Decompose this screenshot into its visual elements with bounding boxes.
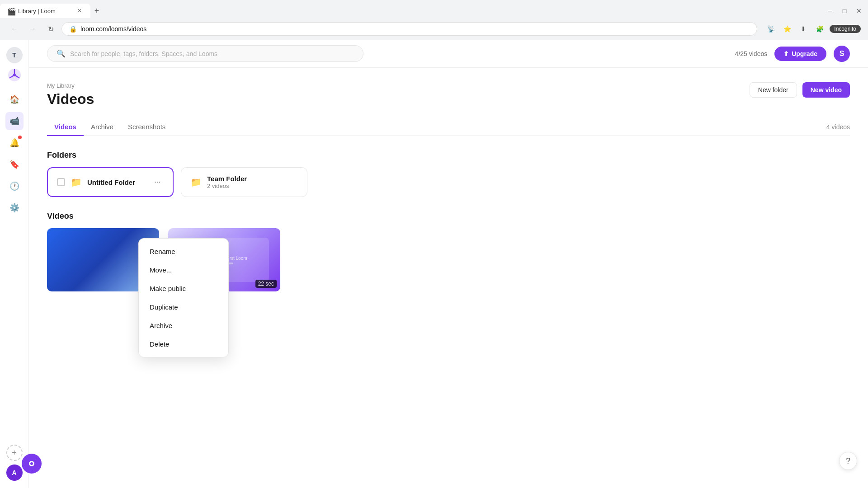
sidebar-bookmarks-btn[interactable]: 🔖 <box>5 155 24 174</box>
menu-item-make-public[interactable]: Make public <box>139 279 228 298</box>
menu-item-archive[interactable]: Archive <box>139 316 228 335</box>
user-avatar-header[interactable]: S <box>834 46 850 62</box>
record-button[interactable] <box>22 454 42 474</box>
app-header: 🔍 Search for people, tags, folders, Spac… <box>29 40 868 68</box>
upgrade-icon: ⬆ <box>783 50 789 57</box>
page-content: New folder New video My Library Videos V… <box>29 68 868 488</box>
video-duration: 22 sec <box>255 280 277 288</box>
upgrade-button[interactable]: ⬆ Upgrade <box>774 47 826 61</box>
header-right: 4/25 videos ⬆ Upgrade S <box>735 46 850 62</box>
folder-name: Untitled Folder <box>87 178 146 186</box>
sidebar-home-btn[interactable]: 🏠 <box>5 90 24 108</box>
address-bar[interactable]: 🔒 loom.com/looms/videos <box>61 22 757 36</box>
browser-tab[interactable]: 🎬 Library | Loom ✕ <box>0 4 90 18</box>
sidebar-add-workspace-btn[interactable]: + <box>6 445 23 461</box>
tab-favicon: 🎬 <box>7 7 14 14</box>
user-avatar-sidebar[interactable]: A <box>6 465 23 481</box>
new-video-button[interactable]: New video <box>802 82 850 98</box>
folder-card-untitled[interactable]: 📁 Untitled Folder ··· Rename Move... Mak… <box>47 167 174 197</box>
menu-item-move[interactable]: Move... <box>139 261 228 279</box>
videos-section-header: Videos <box>47 211 850 221</box>
sidebar-history-btn[interactable]: 🕐 <box>5 177 24 195</box>
reload-button[interactable]: ↻ <box>43 22 58 36</box>
folder-name: Team Folder <box>207 175 298 183</box>
close-window-button[interactable]: ✕ <box>854 5 864 16</box>
menu-item-duplicate[interactable]: Duplicate <box>139 298 228 316</box>
svg-point-1 <box>13 74 16 76</box>
tab-title: Library | Loom <box>18 8 72 14</box>
lock-icon: 🔒 <box>69 25 77 33</box>
total-videos-count: 4 videos <box>826 123 850 131</box>
tab-archive[interactable]: Archive <box>84 118 121 136</box>
download-icon[interactable]: ⬇ <box>797 23 810 35</box>
folder-card-team[interactable]: 📁 Team Folder 2 videos <box>181 167 307 197</box>
videos-section-title: Videos <box>47 211 74 221</box>
breadcrumb: My Library <box>47 82 850 89</box>
video-count-label: 4/25 videos <box>735 50 768 57</box>
new-tab-button[interactable]: + <box>90 5 103 17</box>
tab-screenshots[interactable]: Screenshots <box>121 118 173 136</box>
record-icon <box>27 459 36 468</box>
workspace-avatar[interactable]: T <box>6 47 23 63</box>
browser-toolbar: 📡 ⭐ ⬇ 🧩 Incognito <box>764 23 861 35</box>
help-button[interactable]: ? <box>839 452 857 470</box>
folder-info: Untitled Folder <box>87 178 146 186</box>
sidebar-library-btn[interactable]: 📹 <box>5 112 24 130</box>
folder-checkbox[interactable] <box>57 178 65 186</box>
page-title: Videos <box>47 91 850 108</box>
sidebar-settings-btn[interactable]: ⚙️ <box>5 199 24 217</box>
tab-videos[interactable]: Videos <box>47 118 84 136</box>
search-icon: 🔍 <box>57 49 66 58</box>
folders-section-header: Folders <box>47 150 850 160</box>
sidebar-notifications-btn[interactable]: 🔔 <box>5 134 24 152</box>
new-folder-button[interactable]: New folder <box>750 82 797 98</box>
folders-grid: 📁 Untitled Folder ··· Rename Move... Mak… <box>47 167 850 197</box>
action-buttons: New folder New video <box>750 82 850 98</box>
svg-point-3 <box>30 462 33 465</box>
sidebar: T 🏠 📹 🔔 🔖 🕐 ⚙️ + A <box>0 40 29 488</box>
tab-close-btn[interactable]: ✕ <box>76 7 83 14</box>
search-input[interactable]: Search for people, tags, folders, Spaces… <box>70 50 217 57</box>
loom-logo-icon <box>7 68 22 82</box>
folders-section-title: Folders <box>47 150 76 160</box>
forward-button[interactable]: → <box>25 22 40 36</box>
folder-icon: 📁 <box>71 177 82 188</box>
extensions-icon[interactable]: 🧩 <box>813 23 826 35</box>
bookmark-icon[interactable]: ⭐ <box>781 23 793 35</box>
notification-badge <box>18 136 22 139</box>
incognito-badge: Incognito <box>830 25 861 33</box>
tab-bar: Videos Archive Screenshots 4 videos <box>47 118 850 136</box>
upgrade-label: Upgrade <box>792 50 817 57</box>
minimize-button[interactable]: ─ <box>825 5 835 16</box>
url-display: loom.com/looms/videos <box>80 25 146 33</box>
maximize-button[interactable]: □ <box>839 5 850 16</box>
loom-logo[interactable] <box>6 67 23 83</box>
menu-item-delete[interactable]: Delete <box>139 335 228 353</box>
cast-icon[interactable]: 📡 <box>764 23 777 35</box>
folder-meta: 2 videos <box>207 183 298 189</box>
main-content: 🔍 Search for people, tags, folders, Spac… <box>29 40 868 488</box>
search-bar[interactable]: 🔍 Search for people, tags, folders, Spac… <box>47 45 363 62</box>
context-menu: Rename Move... Make public Duplicate Arc… <box>138 238 229 357</box>
window-controls: ─ □ ✕ <box>825 5 868 16</box>
back-button[interactable]: ← <box>7 22 22 36</box>
folder-info: Team Folder 2 videos <box>207 175 298 189</box>
menu-item-rename[interactable]: Rename <box>139 242 228 261</box>
folder-icon: 📁 <box>190 177 202 188</box>
folder-menu-button[interactable]: ··· <box>151 176 164 188</box>
